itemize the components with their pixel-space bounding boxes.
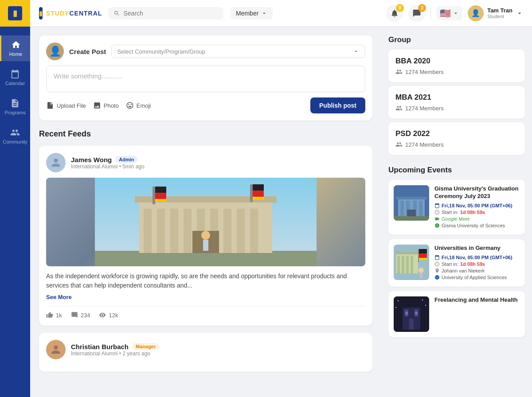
topbar-logo: ▮ — [39, 7, 43, 19]
clock-icon-sm-2 — [434, 261, 440, 267]
chevron-down-icon — [261, 10, 267, 16]
feed-badge-2: Manager — [132, 343, 159, 350]
svg-rect-42 — [418, 249, 419, 262]
feed-user-info-2: Christian Burbach Manager International … — [71, 343, 159, 357]
svg-rect-6 — [184, 209, 192, 253]
member-dropdown[interactable]: Member — [231, 7, 273, 19]
photo-button[interactable]: Photo — [93, 101, 119, 109]
event-title-2: Universities in Germany — [434, 245, 520, 252]
feed-card-2: Christian Burbach Manager International … — [39, 333, 372, 372]
events-section: Upcoming Events — [388, 166, 525, 337]
svg-rect-32 — [394, 216, 429, 221]
event-org-2: U University of Applied Sciences — [434, 275, 520, 280]
svg-rect-23 — [203, 240, 208, 251]
svg-rect-1 — [95, 251, 317, 266]
comment-icon — [71, 311, 78, 319]
svg-point-60 — [395, 307, 396, 308]
group-card-mba[interactable]: MBA 2021 1274 Members — [388, 86, 525, 119]
feed-user-info-1: James Wong Admin International Alumni • … — [71, 156, 145, 170]
create-post-label: Create Post — [69, 48, 106, 55]
group-name-mba: MBA 2021 — [395, 93, 518, 102]
sidebar-item-community[interactable]: Community — [0, 123, 30, 149]
event-card-3[interactable]: Freelancing and Mental Health — [388, 291, 525, 337]
sidebar-item-programs[interactable]: Programs — [0, 94, 30, 120]
location-icon — [434, 268, 440, 273]
group-members-mba: 1274 Members — [395, 105, 518, 112]
svg-rect-43 — [419, 249, 427, 253]
community-placeholder: Select Community/Program/Group — [117, 48, 205, 55]
language-selector[interactable]: 🇺🇸 — [436, 6, 462, 20]
event-title-3: Freelancing and Mental Health — [434, 296, 520, 304]
svg-rect-3 — [144, 209, 152, 253]
event-card-2[interactable]: Universities in Germany Fri,18 Nov, 05:0… — [388, 239, 525, 287]
calendar-icon-sm-2 — [434, 255, 440, 260]
sidebar: ▮ Home Calendar Programs Community — [0, 0, 30, 397]
feed-meta-1: International Alumni • 5min ago — [71, 163, 145, 170]
svg-rect-10 — [237, 209, 245, 253]
svg-rect-45 — [419, 258, 427, 260]
search-input[interactable] — [123, 10, 218, 17]
likes-stat[interactable]: 1k — [46, 311, 62, 319]
emoji-button[interactable]: Emoji — [126, 101, 151, 109]
create-post-header: 👤 Create Post Select Community/Program/G… — [46, 43, 365, 60]
svg-point-22 — [201, 231, 210, 240]
event-image-1 — [394, 185, 429, 221]
event-date-1: Fri,18 Nov, 05:00 PM (GMT+06) — [434, 203, 520, 208]
event-card-1[interactable]: Gisma University's Graduation Ceremony J… — [388, 180, 525, 235]
sidebar-item-calendar[interactable]: Calendar — [0, 65, 30, 90]
feed-card: James Wong Admin International Alumni • … — [39, 146, 372, 326]
feed-column: 👤 Create Post Select Community/Program/G… — [30, 27, 381, 397]
feed-building-image — [46, 178, 365, 266]
app-brand: ▮ STUDYCENTRAL — [39, 7, 101, 19]
user-info: Tam Tran Student — [487, 7, 512, 19]
group-card-psd[interactable]: PSD 2022 1274 Members — [388, 122, 525, 155]
svg-rect-37 — [397, 256, 400, 273]
svg-rect-18 — [250, 184, 253, 202]
group-members-psd: 1274 Members — [395, 141, 518, 148]
community-chevron-icon — [352, 48, 360, 55]
svg-point-58 — [422, 300, 423, 300]
org-icon-2: U — [434, 275, 440, 280]
group-card-bba[interactable]: BBA 2020 1274 Members — [388, 50, 525, 82]
user-name: Tam Tran — [487, 7, 512, 14]
community-select[interactable]: Select Community/Program/Group — [111, 45, 365, 58]
brand-name: STUDYCENTRAL — [46, 10, 102, 17]
search-bar[interactable] — [108, 7, 223, 19]
event-dark-img — [394, 296, 429, 332]
write-input[interactable]: Write something........... — [46, 66, 365, 92]
views-icon — [99, 311, 106, 319]
event-title-1: Gisma University's Graduation Ceremony J… — [434, 185, 520, 200]
messages-button[interactable]: 2 — [408, 5, 425, 22]
user-profile[interactable]: 👤 Tam Tran Student — [468, 5, 523, 21]
user-chevron-icon — [516, 10, 523, 17]
svg-rect-31 — [407, 210, 416, 216]
svg-rect-54 — [409, 319, 414, 330]
svg-point-55 — [405, 312, 408, 315]
comments-stat[interactable]: 234 — [71, 311, 90, 319]
svg-rect-47 — [419, 273, 423, 278]
event-image-3 — [394, 296, 429, 332]
see-more-1[interactable]: See More — [46, 294, 365, 300]
svg-rect-38 — [402, 256, 404, 273]
svg-rect-39 — [406, 256, 409, 273]
svg-rect-11 — [250, 209, 258, 253]
emoji-icon — [126, 101, 134, 109]
search-icon — [113, 10, 120, 17]
svg-rect-30 — [419, 201, 422, 216]
upload-file-button[interactable]: Upload File — [46, 101, 86, 109]
publish-button[interactable]: Publish post — [310, 97, 365, 113]
language-chevron-icon — [453, 10, 459, 16]
svg-point-59 — [425, 305, 426, 306]
event-building-img — [394, 185, 429, 221]
sidebar-nav: Home Calendar Programs Community — [0, 27, 30, 149]
calendar-icon-sm — [434, 203, 440, 208]
svg-text:G: G — [436, 224, 438, 227]
group-name-psd: PSD 2022 — [395, 129, 518, 138]
svg-rect-44 — [419, 253, 427, 258]
photo-icon — [93, 101, 101, 109]
members-icon-mba — [395, 105, 403, 112]
flag-icon: 🇺🇸 — [440, 8, 451, 19]
svg-rect-4 — [157, 209, 165, 253]
sidebar-item-home[interactable]: Home — [0, 35, 30, 61]
notifications-button[interactable]: 8 — [386, 5, 403, 22]
